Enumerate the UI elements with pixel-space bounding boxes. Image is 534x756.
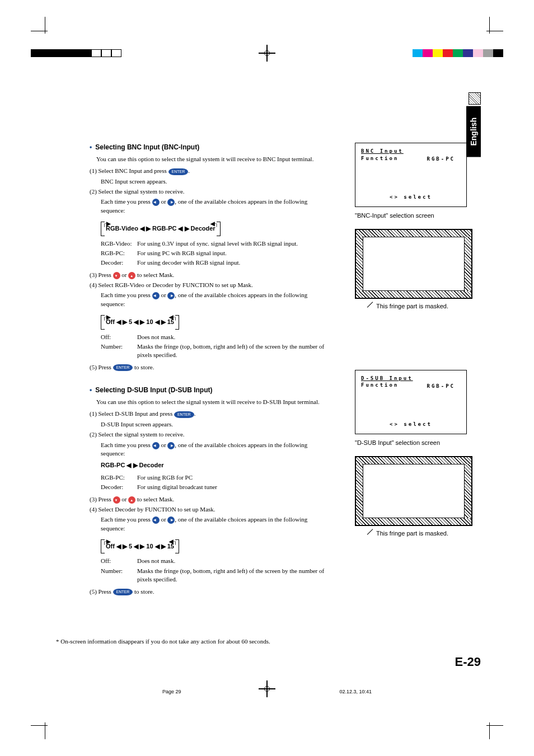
def-label: Number: [101,342,137,360]
down-arrow-icon [113,272,120,279]
def-value: Masks the fringe (top, bottom, right and… [137,342,325,360]
fringe-label: This fringe part is masked. [366,529,478,538]
def-label: Decoder: [101,483,137,491]
osd-caption-bnc: "BNC-Input" selection screen [355,212,478,220]
step-2: (2) Select the signal system to receive. [90,430,325,439]
enter-button-icon: ENTER [113,364,133,371]
step-1-sub: D-SUB Input screen appears. [101,420,325,429]
left-arrow-icon [152,516,160,524]
def-value: Does not mask. [137,333,325,341]
right-arrow-icon [167,199,175,206]
section-title-dsub: •Selecting D-SUB Input (D-SUB Input) [90,386,325,395]
step-2-sub: Each time you press or , one of the avai… [101,198,325,215]
step-4-sub: Each time you press or , one of the avai… [101,515,325,533]
fringe-diagram [355,229,472,299]
osd-value: RGB-PC [427,156,455,163]
osd-caption-dsub: "D-SUB Input" selection screen [355,439,478,447]
def-label: RGB-Video: [101,240,137,248]
step-3: (3) Press or to select Mask. [90,495,325,504]
step-4: (4) Select Decoder by FUNCTION to set up… [90,505,325,514]
crop-mark [31,722,48,739]
registration-cross-icon [259,680,275,697]
page-number: E-29 [455,655,481,669]
osd-title: D-SUB Input [361,375,461,382]
definition-table-1: RGB-Video:For using 0.3V input of sync. … [101,240,325,267]
def-value: Masks the fringe (top, bottom, right and… [137,567,325,584]
registration-squares [31,49,121,57]
definition-table-2: Off:Does not mask. Number:Masks the frin… [101,333,325,360]
def-label: Number: [101,567,137,584]
section-title-bnc: •Selecting BNC Input (BNC-Input) [90,143,325,152]
step-1-sub: BNC Input screen appears. [101,177,325,186]
intro-text: You can use this option to select the si… [96,398,325,406]
section-title-text: Selecting BNC Input (BNC-Input) [95,143,199,151]
step-3: (3) Press or to select Mask. [90,271,325,279]
def-value: For using RGB for PC [137,473,325,482]
osd-screen-bnc: BNC Input Function RGB-PC <> select [355,143,467,207]
step-2: (2) Select the signal system to receive. [90,187,325,196]
left-arrow-icon [152,442,160,449]
def-label: Decoder: [101,259,137,267]
def-value: For using 0.3V input of sync. signal lev… [137,240,325,248]
osd-select-hint: <> select [390,194,432,201]
section-title-text: Selecting D-SUB Input (D-SUB Input) [95,386,212,394]
footnote: * On-screen information disappears if yo… [56,621,270,645]
enter-button-icon: ENTER [113,589,133,595]
def-value: For using decoder with RGB signal input. [137,259,325,267]
step-5: (5) Press ENTER to store. [90,588,325,596]
footer-page: Page 29 [162,689,181,694]
left-arrow-icon [152,199,160,206]
crop-mark [486,17,503,34]
right-arrow-icon [167,292,175,299]
color-bars [413,49,503,57]
step-4-sub: Each time you press or , one of the avai… [101,291,325,308]
step-1: (1) Select D-SUB Input and press ENTER. [90,410,325,418]
def-value: For using PC wih RGB signal input. [137,249,325,257]
right-arrow-icon [167,516,175,524]
crop-mark [31,17,48,34]
definition-table-3: RGB-PC:For using RGB for PC Decoder:For … [101,473,325,492]
cycle-diagram-bnc-1: ┌▶RGB-Video ◀ ▶ RGB-PC ◀ ▶ Decoder◀┐ [101,222,221,236]
definition-table-4: Off:Does not mask. Number:Masks the frin… [101,557,325,584]
step-2-sub: Each time you press or , one of the avai… [101,441,325,458]
fringe-diagram [355,456,472,526]
registration-cross-icon [259,45,275,62]
step-1: (1) Select BNC Input and press ENTER. [90,167,325,175]
enter-button-icon: ENTER [168,168,189,175]
def-label: RGB-PC: [101,473,137,482]
def-value: Does not mask. [137,557,325,565]
osd-screen-dsub: D-SUB Input Function RGB-PC <> select [355,370,467,434]
up-arrow-icon [128,496,135,504]
osd-title: BNC Input [361,148,461,155]
cycle-diagram-dsub-2: ┌▶Off ◀ ▶ 5 ◀ ▶ 10 ◀ ▶ 15◀┐ [101,539,179,553]
down-arrow-icon [113,496,120,504]
cycle-diagram-bnc-2: ┌▶Off ◀ ▶ 5 ◀ ▶ 10 ◀ ▶ 15◀┐ [101,315,179,329]
enter-button-icon: ENTER [174,411,194,418]
step-5: (5) Press ENTER to store. [90,363,325,372]
cycle-diagram-dsub-1: RGB-PC ◀ ▶ Decoder [101,461,325,469]
footer-timestamp: 02.12.3, 10:41 [339,689,372,694]
def-label: Off: [101,557,137,565]
up-arrow-icon [128,272,135,279]
def-label: Off: [101,333,137,341]
intro-text: You can use this option to select the si… [96,155,325,163]
def-label: RGB-PC: [101,249,137,257]
left-arrow-icon [152,292,160,299]
fringe-label: This fringe part is masked. [366,302,478,311]
osd-select-hint: <> select [390,421,432,428]
thumb-index-texture [469,92,481,105]
crop-mark [486,722,503,739]
osd-value: RGB-PC [427,383,455,390]
language-tab: English [466,106,481,157]
step-4: (4) Select RGB-Video or Decoder by FUNCT… [90,281,325,289]
right-arrow-icon [167,442,175,449]
print-registration-marks [0,45,534,62]
def-value: For using digital broadcast tuner [137,483,325,491]
